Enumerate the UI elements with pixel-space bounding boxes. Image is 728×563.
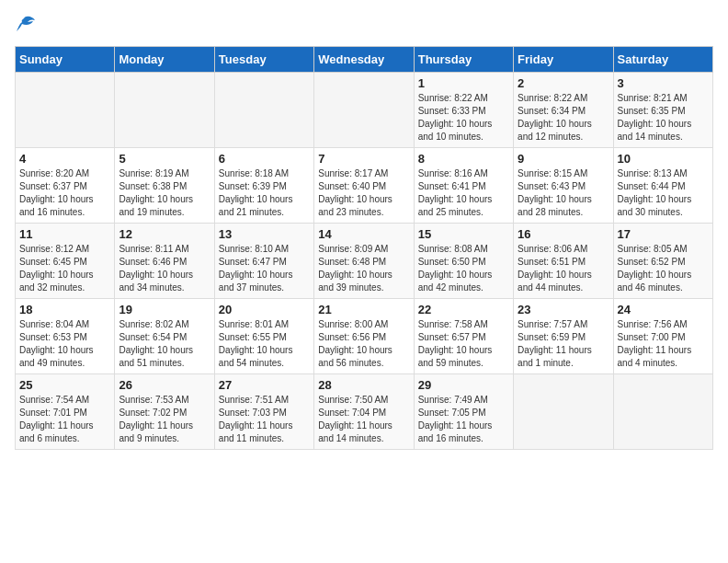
calendar-cell: 17Sunrise: 8:05 AM Sunset: 6:52 PM Dayli… [613, 224, 712, 299]
calendar-cell: 15Sunrise: 8:08 AM Sunset: 6:50 PM Dayli… [414, 224, 513, 299]
day-info: Sunrise: 7:56 AM Sunset: 7:00 PM Dayligh… [618, 318, 709, 370]
day-number: 8 [418, 152, 509, 166]
calendar-cell: 12Sunrise: 8:11 AM Sunset: 6:46 PM Dayli… [115, 224, 214, 299]
day-number: 3 [618, 76, 709, 90]
logo-bird-icon [17, 15, 37, 37]
day-info: Sunrise: 8:04 AM Sunset: 6:53 PM Dayligh… [19, 318, 110, 370]
logo [15, 15, 37, 37]
day-info: Sunrise: 7:50 AM Sunset: 7:04 PM Dayligh… [318, 394, 409, 445]
calendar-cell: 24Sunrise: 7:56 AM Sunset: 7:00 PM Dayli… [613, 299, 712, 374]
day-info: Sunrise: 8:12 AM Sunset: 6:45 PM Dayligh… [19, 243, 110, 294]
day-number: 4 [19, 152, 110, 166]
day-info: Sunrise: 8:02 AM Sunset: 6:54 PM Dayligh… [119, 318, 210, 370]
day-number: 29 [418, 378, 509, 392]
calendar-cell: 29Sunrise: 7:49 AM Sunset: 7:05 PM Dayli… [414, 374, 513, 450]
calendar-week-row: 11Sunrise: 8:12 AM Sunset: 6:45 PM Dayli… [16, 224, 713, 299]
day-info: Sunrise: 8:22 AM Sunset: 6:34 PM Dayligh… [518, 92, 609, 144]
calendar-cell: 28Sunrise: 7:50 AM Sunset: 7:04 PM Dayli… [314, 374, 414, 450]
calendar-cell: 4Sunrise: 8:20 AM Sunset: 6:37 PM Daylig… [16, 148, 115, 224]
day-number: 14 [318, 227, 409, 241]
day-info: Sunrise: 7:51 AM Sunset: 7:03 PM Dayligh… [219, 394, 310, 445]
weekday-header-friday: Friday [514, 47, 613, 73]
day-number: 17 [618, 227, 709, 241]
day-info: Sunrise: 8:06 AM Sunset: 6:51 PM Dayligh… [518, 243, 609, 294]
day-info: Sunrise: 7:49 AM Sunset: 7:05 PM Dayligh… [418, 394, 509, 445]
calendar-header-row: SundayMondayTuesdayWednesdayThursdayFrid… [16, 47, 713, 73]
day-info: Sunrise: 8:19 AM Sunset: 6:38 PM Dayligh… [119, 167, 210, 219]
calendar-cell: 25Sunrise: 7:54 AM Sunset: 7:01 PM Dayli… [16, 374, 115, 450]
day-number: 16 [518, 227, 609, 241]
day-info: Sunrise: 8:16 AM Sunset: 6:41 PM Dayligh… [418, 167, 509, 219]
day-number: 28 [318, 378, 409, 392]
calendar-cell [214, 73, 313, 148]
day-number: 2 [518, 76, 609, 90]
calendar-week-row: 25Sunrise: 7:54 AM Sunset: 7:01 PM Dayli… [16, 374, 713, 450]
day-info: Sunrise: 8:01 AM Sunset: 6:55 PM Dayligh… [219, 318, 310, 370]
calendar-cell: 5Sunrise: 8:19 AM Sunset: 6:38 PM Daylig… [115, 148, 214, 224]
calendar-cell: 13Sunrise: 8:10 AM Sunset: 6:47 PM Dayli… [214, 224, 313, 299]
day-number: 11 [19, 227, 110, 241]
calendar-cell: 20Sunrise: 8:01 AM Sunset: 6:55 PM Dayli… [214, 299, 313, 374]
calendar-cell: 2Sunrise: 8:22 AM Sunset: 6:34 PM Daylig… [514, 73, 613, 148]
calendar-cell: 19Sunrise: 8:02 AM Sunset: 6:54 PM Dayli… [115, 299, 214, 374]
day-info: Sunrise: 8:17 AM Sunset: 6:40 PM Dayligh… [318, 167, 409, 219]
day-number: 9 [518, 152, 609, 166]
weekday-header-saturday: Saturday [613, 47, 712, 73]
weekday-header-monday: Monday [115, 47, 214, 73]
day-info: Sunrise: 8:10 AM Sunset: 6:47 PM Dayligh… [219, 243, 310, 294]
day-info: Sunrise: 8:22 AM Sunset: 6:33 PM Dayligh… [418, 92, 509, 144]
day-number: 20 [219, 303, 310, 316]
day-number: 24 [618, 303, 709, 316]
day-info: Sunrise: 7:53 AM Sunset: 7:02 PM Dayligh… [119, 394, 210, 445]
calendar-cell: 3Sunrise: 8:21 AM Sunset: 6:35 PM Daylig… [613, 73, 712, 148]
day-number: 7 [318, 152, 409, 166]
calendar-cell: 16Sunrise: 8:06 AM Sunset: 6:51 PM Dayli… [514, 224, 613, 299]
day-number: 6 [219, 152, 310, 166]
day-number: 13 [219, 227, 310, 241]
day-info: Sunrise: 8:08 AM Sunset: 6:50 PM Dayligh… [418, 243, 509, 294]
calendar-cell: 14Sunrise: 8:09 AM Sunset: 6:48 PM Dayli… [314, 224, 414, 299]
day-number: 21 [318, 303, 409, 316]
day-number: 23 [518, 303, 609, 316]
calendar-cell [16, 73, 115, 148]
calendar-cell [115, 73, 214, 148]
day-info: Sunrise: 8:18 AM Sunset: 6:39 PM Dayligh… [219, 167, 310, 219]
day-info: Sunrise: 8:00 AM Sunset: 6:56 PM Dayligh… [318, 318, 409, 370]
calendar-cell: 8Sunrise: 8:16 AM Sunset: 6:41 PM Daylig… [414, 148, 513, 224]
calendar-cell: 22Sunrise: 7:58 AM Sunset: 6:57 PM Dayli… [414, 299, 513, 374]
day-number: 19 [119, 303, 210, 316]
calendar-cell: 1Sunrise: 8:22 AM Sunset: 6:33 PM Daylig… [414, 73, 513, 148]
calendar-week-row: 1Sunrise: 8:22 AM Sunset: 6:33 PM Daylig… [16, 73, 713, 148]
day-number: 10 [618, 152, 709, 166]
day-number: 12 [119, 227, 210, 241]
day-info: Sunrise: 7:58 AM Sunset: 6:57 PM Dayligh… [418, 318, 509, 370]
page-header [15, 15, 713, 37]
day-number: 26 [119, 378, 210, 392]
weekday-header-tuesday: Tuesday [214, 47, 313, 73]
day-info: Sunrise: 7:57 AM Sunset: 6:59 PM Dayligh… [518, 318, 609, 370]
day-info: Sunrise: 8:13 AM Sunset: 6:44 PM Dayligh… [618, 167, 709, 219]
weekday-header-thursday: Thursday [414, 47, 513, 73]
calendar-cell: 26Sunrise: 7:53 AM Sunset: 7:02 PM Dayli… [115, 374, 214, 450]
day-number: 27 [219, 378, 310, 392]
weekday-header-wednesday: Wednesday [314, 47, 414, 73]
day-info: Sunrise: 8:15 AM Sunset: 6:43 PM Dayligh… [518, 167, 609, 219]
calendar-cell [514, 374, 613, 450]
day-number: 15 [418, 227, 509, 241]
calendar-week-row: 18Sunrise: 8:04 AM Sunset: 6:53 PM Dayli… [16, 299, 713, 374]
day-info: Sunrise: 8:20 AM Sunset: 6:37 PM Dayligh… [19, 167, 110, 219]
calendar-cell [314, 73, 414, 148]
calendar-cell: 11Sunrise: 8:12 AM Sunset: 6:45 PM Dayli… [16, 224, 115, 299]
calendar-cell: 27Sunrise: 7:51 AM Sunset: 7:03 PM Dayli… [214, 374, 313, 450]
calendar-cell: 21Sunrise: 8:00 AM Sunset: 6:56 PM Dayli… [314, 299, 414, 374]
calendar-cell: 6Sunrise: 8:18 AM Sunset: 6:39 PM Daylig… [214, 148, 313, 224]
day-number: 18 [19, 303, 110, 316]
calendar-cell: 10Sunrise: 8:13 AM Sunset: 6:44 PM Dayli… [613, 148, 712, 224]
day-number: 5 [119, 152, 210, 166]
weekday-header-sunday: Sunday [16, 47, 115, 73]
day-info: Sunrise: 8:05 AM Sunset: 6:52 PM Dayligh… [618, 243, 709, 294]
day-number: 25 [19, 378, 110, 392]
day-info: Sunrise: 8:21 AM Sunset: 6:35 PM Dayligh… [618, 92, 709, 144]
day-info: Sunrise: 8:09 AM Sunset: 6:48 PM Dayligh… [318, 243, 409, 294]
calendar-cell: 7Sunrise: 8:17 AM Sunset: 6:40 PM Daylig… [314, 148, 414, 224]
